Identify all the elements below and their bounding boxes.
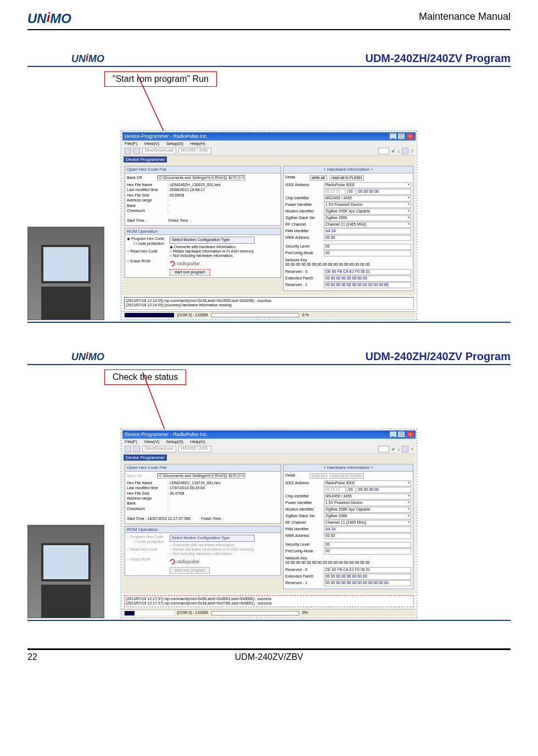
hex-name-value: : UDM240ZV_130716_001.hex: [167, 481, 221, 485]
mct-overwrite-radio[interactable]: ◉ Overwrite with hardware information.: [170, 245, 255, 249]
ieee-select[interactable]: RadioPulse IEEE: [324, 480, 411, 486]
menu-view[interactable]: View(V): [144, 439, 159, 444]
erase-rom-radio[interactable]: ○ Erase ROM: [127, 259, 164, 264]
sec-label: Security Level: [285, 244, 323, 249]
progress-bar: [125, 611, 174, 615]
device-programmer-tab[interactable]: Device Programmer: [124, 455, 167, 461]
file-path[interactable]: C:\Documents and Settings\박요한\바탕 화면\근거\: [158, 175, 245, 181]
res1-value[interactable]: 00 00 00 00 00 00 00 00 00 00 00 00: [324, 580, 411, 586]
chip-select[interactable]: MG2450 / 2455: [178, 148, 211, 154]
hw-row-value[interactable]: ZigBee 2006: [324, 513, 411, 519]
open-icon[interactable]: [125, 446, 131, 452]
hw-row-value[interactable]: AA 34: [324, 527, 411, 533]
menu-setup[interactable]: Setup(S): [166, 141, 183, 146]
device-programmer-tab[interactable]: Device Programmer: [124, 156, 167, 163]
code-protection-check: ☐ code protection: [133, 540, 164, 544]
menu-view[interactable]: View(V): [144, 141, 159, 146]
read-all-button[interactable]: read-all in FLASH: [329, 175, 364, 181]
section2-title: UDM-240ZH/240ZV Program: [365, 350, 511, 363]
menu-help[interactable]: Help(H): [190, 141, 205, 146]
minimize-icon[interactable]: _: [390, 432, 396, 437]
ieee-hex3[interactable]: 00 00 00 00: [357, 487, 411, 493]
ext-value[interactable]: 00 00 00 00 00 00 00 00: [324, 276, 411, 282]
code-protection-check[interactable]: ☐ code protection: [133, 242, 164, 246]
hardware-info-panel: + Hardware Information + Detail write-al…: [283, 166, 413, 293]
res0-value[interactable]: DE 60 FB CA E2 F0 00 01: [324, 567, 411, 573]
maximize-icon[interactable]: □: [398, 432, 405, 437]
ieee-hex2[interactable]: 00: [347, 189, 356, 195]
hw-row-value[interactable]: 1.5V Powered Device: [324, 202, 411, 208]
chip-select[interactable]: MG2450 / 2455: [178, 446, 211, 452]
hw-row-value[interactable]: MG2450 / 2455: [324, 494, 411, 500]
program-hex-radio[interactable]: ◉ Program Hex Code: [127, 237, 164, 241]
hw-row-value[interactable]: 1.5V Powered Device: [324, 500, 411, 506]
bank-select[interactable]: Bank Off: [127, 474, 149, 478]
section-start-rom: UNiMO UDM-240ZH/240ZV Program "Start rom…: [27, 52, 511, 323]
check-icon[interactable]: ✔: [391, 149, 395, 154]
res1-value[interactable]: 00 00 00 00 00 00 00 00 00 00 00 00: [324, 282, 411, 288]
detail-select[interactable]: Detail: [285, 473, 307, 479]
hw-row-value[interactable]: ZigBee 2006: [324, 215, 411, 221]
check-icon[interactable]: ✔: [391, 447, 395, 452]
help-icon[interactable]: ?: [411, 447, 413, 452]
size-label: Hex File Size: [127, 193, 165, 198]
write-all-button: write-all: [310, 473, 327, 479]
reload-icon[interactable]: [402, 148, 408, 154]
mode-select[interactable]: DirectDownLoad: [142, 148, 176, 154]
pre-value[interactable]: 00: [324, 250, 411, 256]
close-icon[interactable]: ×: [407, 133, 413, 139]
down-arrow-icon[interactable]: ↓: [397, 447, 400, 452]
hw-row-value[interactable]: MG2450 / 2455: [324, 195, 411, 201]
detail-select[interactable]: Detail: [285, 175, 307, 181]
toolbar-drop[interactable]: [378, 446, 389, 452]
sec-value[interactable]: 00: [324, 542, 411, 548]
res0-value[interactable]: DE 60 FB CA E2 F0 00 01: [324, 269, 411, 275]
minimize-icon[interactable]: _: [390, 133, 396, 139]
bank-value: :: [167, 501, 169, 506]
menu-setup[interactable]: Setup(S): [166, 439, 183, 444]
ieee-hex3[interactable]: 00 00 00 00: [357, 189, 411, 195]
help-icon[interactable]: ?: [411, 149, 413, 154]
hw-row-value[interactable]: 00 00: [324, 235, 411, 241]
start-rom-button[interactable]: start rom program: [170, 269, 210, 276]
toolbar-drop[interactable]: [378, 148, 389, 154]
com-port: [COM 2] - 115200: [177, 313, 208, 317]
hw-row-value[interactable]: ZigBee 250K bps Capable: [324, 209, 411, 215]
pre-value[interactable]: 00: [324, 548, 411, 555]
section2-bottom-rule: [27, 620, 511, 621]
ieee-hex2[interactable]: 00: [347, 487, 356, 493]
save-icon[interactable]: [133, 446, 140, 452]
title-bar[interactable]: Device-Programmer - RadioPulse Inc. _ □ …: [122, 430, 416, 439]
hw-row-value[interactable]: AA 34: [324, 228, 411, 234]
save-icon[interactable]: [133, 148, 140, 154]
mct-retain-radio[interactable]: ○ Retain hardware information in FLASH m…: [170, 249, 255, 254]
menu-help[interactable]: Help(H): [190, 439, 205, 444]
hw-row-value[interactable]: 00 00: [324, 533, 411, 539]
write-all-button[interactable]: write-all: [310, 175, 327, 181]
reload-icon[interactable]: [402, 446, 408, 452]
sec-value[interactable]: 00: [324, 244, 411, 250]
hw-row-value[interactable]: Channel 11 (2405 MHz): [324, 520, 411, 526]
hw-row-value[interactable]: ZigBee 250K bps Capable: [324, 507, 411, 513]
menu-file[interactable]: File(F): [125, 439, 137, 444]
read-hex-radio[interactable]: ○ Read Hex Code: [127, 249, 164, 254]
addr-value: :: [167, 198, 169, 203]
close-icon[interactable]: ×: [407, 432, 413, 437]
ieee-select[interactable]: RadioPulse IEEE: [324, 182, 411, 188]
down-arrow-icon[interactable]: ↓: [397, 149, 400, 154]
bank-select[interactable]: Bank Off: [127, 176, 149, 180]
netkey-value[interactable]: 00 00 00 00 00 00 00 00 00 00 00 00 00 0…: [285, 262, 411, 267]
radiopulse-logo: radiopulse: [170, 261, 255, 267]
mct-notinc-radio[interactable]: ○ Not including hardware information.: [170, 254, 255, 258]
section1-title: UDM-240ZH/240ZV Program: [365, 52, 511, 65]
file-path[interactable]: C:\Documents and Settings\박요한\바탕 화면\근거\: [158, 473, 245, 479]
title-bar[interactable]: Device-Programmer - RadioPulse Inc. _ □ …: [122, 132, 416, 141]
mode-select[interactable]: DirectDownLoad: [142, 446, 176, 452]
open-icon[interactable]: [125, 148, 131, 154]
window-controls: _ □ ×: [389, 432, 413, 438]
menu-file[interactable]: File(F): [125, 141, 137, 146]
ext-value[interactable]: 00 00 00 00 00 00 00 00: [324, 574, 411, 580]
netkey-value[interactable]: 00 00 00 00 00 00 00 00 00 00 00 00 00 0…: [285, 561, 411, 565]
hw-row-value[interactable]: Channel 11 (2405 MHz): [324, 222, 411, 228]
maximize-icon[interactable]: □: [398, 133, 405, 139]
